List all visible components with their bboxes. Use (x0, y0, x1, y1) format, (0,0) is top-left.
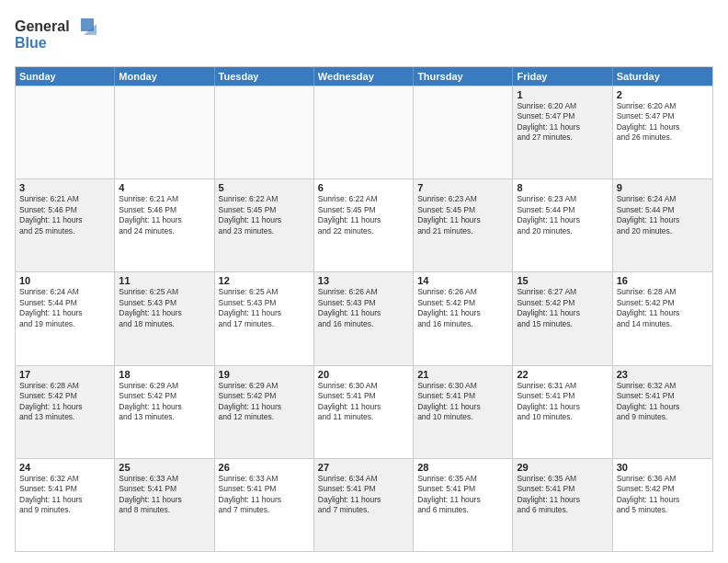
day-number-9: 9 (617, 182, 709, 193)
header-cell-wednesday: Wednesday (314, 67, 414, 86)
day-info-27: Sunrise: 6:34 AM Sunset: 5:41 PM Dayligh… (318, 474, 409, 516)
header-cell-monday: Monday (115, 67, 214, 86)
empty-cell-0-1 (115, 86, 214, 178)
calendar-row-4: 24Sunrise: 6:32 AM Sunset: 5:41 PM Dayli… (16, 458, 712, 551)
day-cell-2: 2Sunrise: 6:20 AM Sunset: 5:47 PM Daylig… (613, 86, 712, 178)
day-info-12: Sunrise: 6:25 AM Sunset: 5:43 PM Dayligh… (219, 287, 310, 329)
day-info-3: Sunrise: 6:21 AM Sunset: 5:46 PM Dayligh… (19, 194, 110, 236)
day-number-18: 18 (119, 369, 210, 380)
day-cell-15: 15Sunrise: 6:27 AM Sunset: 5:42 PM Dayli… (513, 272, 612, 364)
day-cell-14: 14Sunrise: 6:26 AM Sunset: 5:42 PM Dayli… (414, 272, 513, 364)
day-info-14: Sunrise: 6:26 AM Sunset: 5:42 PM Dayligh… (417, 287, 508, 329)
page: General Blue SundayMondayTuesdayWednesda… (0, 0, 728, 563)
calendar-row-2: 10Sunrise: 6:24 AM Sunset: 5:44 PM Dayli… (16, 271, 712, 364)
day-cell-13: 13Sunrise: 6:26 AM Sunset: 5:43 PM Dayli… (314, 272, 414, 364)
day-info-20: Sunrise: 6:30 AM Sunset: 5:41 PM Dayligh… (318, 381, 409, 423)
day-cell-24: 24Sunrise: 6:32 AM Sunset: 5:41 PM Dayli… (16, 459, 115, 551)
day-info-15: Sunrise: 6:27 AM Sunset: 5:42 PM Dayligh… (517, 287, 608, 329)
day-info-18: Sunrise: 6:29 AM Sunset: 5:42 PM Dayligh… (119, 381, 210, 423)
calendar: SundayMondayTuesdayWednesdayThursdayFrid… (15, 66, 713, 552)
calendar-body: 1Sunrise: 6:20 AM Sunset: 5:47 PM Daylig… (16, 86, 712, 551)
svg-text:Blue: Blue (15, 35, 47, 51)
day-number-4: 4 (119, 182, 210, 193)
day-info-16: Sunrise: 6:28 AM Sunset: 5:42 PM Dayligh… (617, 287, 709, 329)
empty-cell-0-2 (215, 86, 314, 178)
day-number-19: 19 (219, 369, 310, 380)
day-number-23: 23 (617, 369, 709, 380)
day-info-9: Sunrise: 6:24 AM Sunset: 5:44 PM Dayligh… (617, 194, 709, 236)
day-info-22: Sunrise: 6:31 AM Sunset: 5:41 PM Dayligh… (517, 381, 608, 423)
logo: General Blue (15, 15, 97, 59)
day-cell-4: 4Sunrise: 6:21 AM Sunset: 5:46 PM Daylig… (115, 179, 214, 271)
day-cell-17: 17Sunrise: 6:28 AM Sunset: 5:42 PM Dayli… (16, 366, 115, 458)
day-number-26: 26 (219, 462, 310, 473)
day-info-11: Sunrise: 6:25 AM Sunset: 5:43 PM Dayligh… (119, 287, 210, 329)
day-number-27: 27 (318, 462, 409, 473)
day-info-28: Sunrise: 6:35 AM Sunset: 5:41 PM Dayligh… (417, 474, 508, 516)
day-cell-11: 11Sunrise: 6:25 AM Sunset: 5:43 PM Dayli… (115, 272, 214, 364)
day-number-7: 7 (417, 182, 508, 193)
day-cell-21: 21Sunrise: 6:30 AM Sunset: 5:41 PM Dayli… (414, 366, 513, 458)
day-cell-22: 22Sunrise: 6:31 AM Sunset: 5:41 PM Dayli… (513, 366, 612, 458)
day-cell-25: 25Sunrise: 6:33 AM Sunset: 5:41 PM Dayli… (115, 459, 214, 551)
day-cell-1: 1Sunrise: 6:20 AM Sunset: 5:47 PM Daylig… (513, 86, 612, 178)
day-cell-30: 30Sunrise: 6:36 AM Sunset: 5:42 PM Dayli… (613, 459, 712, 551)
header: General Blue (15, 11, 713, 59)
day-number-17: 17 (19, 369, 110, 380)
day-number-10: 10 (19, 275, 110, 286)
day-number-16: 16 (617, 275, 709, 286)
day-info-24: Sunrise: 6:32 AM Sunset: 5:41 PM Dayligh… (19, 474, 110, 516)
day-info-5: Sunrise: 6:22 AM Sunset: 5:45 PM Dayligh… (219, 194, 310, 236)
day-info-29: Sunrise: 6:35 AM Sunset: 5:41 PM Dayligh… (517, 474, 608, 516)
day-cell-18: 18Sunrise: 6:29 AM Sunset: 5:42 PM Dayli… (115, 366, 214, 458)
day-number-29: 29 (517, 462, 608, 473)
empty-cell-0-4 (414, 86, 513, 178)
empty-cell-0-0 (16, 86, 115, 178)
calendar-row-3: 17Sunrise: 6:28 AM Sunset: 5:42 PM Dayli… (16, 365, 712, 458)
day-number-15: 15 (517, 275, 608, 286)
calendar-row-0: 1Sunrise: 6:20 AM Sunset: 5:47 PM Daylig… (16, 86, 712, 178)
day-cell-9: 9Sunrise: 6:24 AM Sunset: 5:44 PM Daylig… (613, 179, 712, 271)
header-cell-saturday: Saturday (613, 67, 712, 86)
day-info-19: Sunrise: 6:29 AM Sunset: 5:42 PM Dayligh… (219, 381, 310, 423)
svg-text:General: General (15, 18, 70, 34)
day-number-12: 12 (219, 275, 310, 286)
day-number-6: 6 (318, 182, 409, 193)
day-number-5: 5 (219, 182, 310, 193)
header-cell-sunday: Sunday (16, 67, 115, 86)
day-info-1: Sunrise: 6:20 AM Sunset: 5:47 PM Dayligh… (517, 101, 608, 144)
day-cell-23: 23Sunrise: 6:32 AM Sunset: 5:41 PM Dayli… (613, 366, 712, 458)
header-cell-tuesday: Tuesday (215, 67, 314, 86)
empty-cell-0-3 (314, 86, 414, 178)
day-cell-16: 16Sunrise: 6:28 AM Sunset: 5:42 PM Dayli… (613, 272, 712, 364)
day-number-8: 8 (517, 182, 608, 193)
logo-text: General Blue (15, 15, 97, 59)
day-info-17: Sunrise: 6:28 AM Sunset: 5:42 PM Dayligh… (19, 381, 110, 423)
day-cell-3: 3Sunrise: 6:21 AM Sunset: 5:46 PM Daylig… (16, 179, 115, 271)
day-cell-7: 7Sunrise: 6:23 AM Sunset: 5:45 PM Daylig… (414, 179, 513, 271)
day-number-28: 28 (417, 462, 508, 473)
day-number-24: 24 (19, 462, 110, 473)
day-number-11: 11 (119, 275, 210, 286)
day-cell-28: 28Sunrise: 6:35 AM Sunset: 5:41 PM Dayli… (414, 459, 513, 551)
day-cell-5: 5Sunrise: 6:22 AM Sunset: 5:45 PM Daylig… (215, 179, 314, 271)
day-cell-8: 8Sunrise: 6:23 AM Sunset: 5:44 PM Daylig… (513, 179, 612, 271)
header-cell-friday: Friday (513, 67, 612, 86)
calendar-header: SundayMondayTuesdayWednesdayThursdayFrid… (16, 67, 712, 86)
day-info-21: Sunrise: 6:30 AM Sunset: 5:41 PM Dayligh… (417, 381, 508, 423)
day-number-21: 21 (417, 369, 508, 380)
day-number-14: 14 (417, 275, 508, 286)
day-number-20: 20 (318, 369, 409, 380)
day-cell-19: 19Sunrise: 6:29 AM Sunset: 5:42 PM Dayli… (215, 366, 314, 458)
day-cell-12: 12Sunrise: 6:25 AM Sunset: 5:43 PM Dayli… (215, 272, 314, 364)
day-number-30: 30 (617, 462, 709, 473)
day-info-23: Sunrise: 6:32 AM Sunset: 5:41 PM Dayligh… (617, 381, 709, 423)
day-info-6: Sunrise: 6:22 AM Sunset: 5:45 PM Dayligh… (318, 194, 409, 236)
day-info-25: Sunrise: 6:33 AM Sunset: 5:41 PM Dayligh… (119, 474, 210, 516)
day-info-30: Sunrise: 6:36 AM Sunset: 5:42 PM Dayligh… (617, 474, 709, 516)
day-info-26: Sunrise: 6:33 AM Sunset: 5:41 PM Dayligh… (219, 474, 310, 516)
day-number-1: 1 (517, 89, 608, 100)
day-info-2: Sunrise: 6:20 AM Sunset: 5:47 PM Dayligh… (617, 101, 709, 144)
day-number-3: 3 (19, 182, 110, 193)
day-info-8: Sunrise: 6:23 AM Sunset: 5:44 PM Dayligh… (517, 194, 608, 236)
